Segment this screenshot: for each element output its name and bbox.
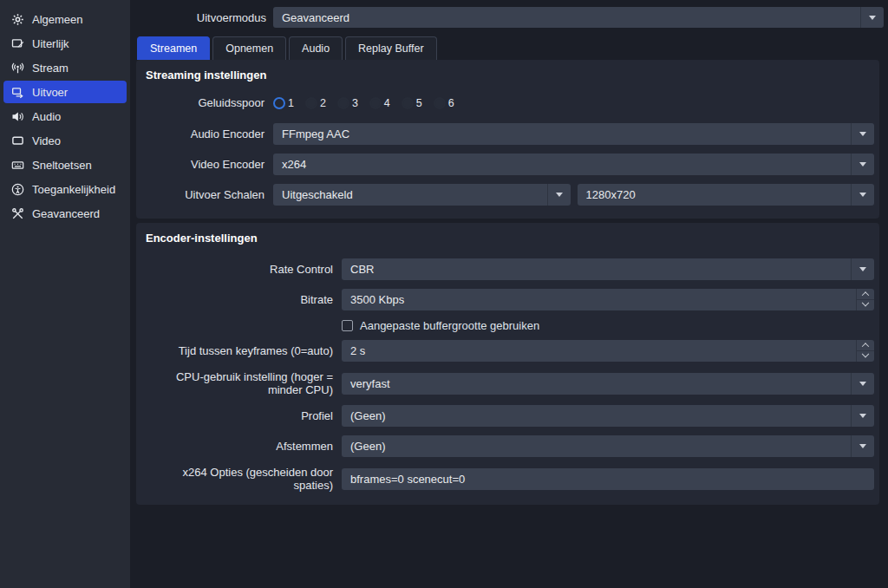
sidebar-item-label: Sneltoetsen: [32, 159, 92, 172]
keyframe-interval-value: 2 s: [350, 344, 365, 357]
video-encoder-select[interactable]: x264: [273, 154, 874, 175]
keyboard-icon: [10, 158, 24, 172]
custom-buffer-checkbox-group[interactable]: Aangepaste buffergrootte gebruiken: [342, 319, 539, 332]
video-encoder-value: x264: [282, 158, 306, 171]
tab-streamen[interactable]: Streamen: [137, 36, 210, 60]
sidebar-item-label: Uiterlijk: [32, 37, 69, 50]
audio-track-option-3[interactable]: 3: [337, 97, 358, 109]
keyframe-interval-row: Tijd tussen keyframes (0=auto) 2 s: [145, 340, 874, 362]
radio-icon: [337, 97, 349, 109]
x264-options-value: bframes=0 scenecut=0: [350, 473, 465, 486]
settings-window: Algemeen Uiterlijk Stream: [0, 0, 888, 588]
sidebar-item-label: Geavanceerd: [32, 207, 100, 220]
audio-track-option-4[interactable]: 4: [369, 97, 390, 109]
checkbox-icon[interactable]: [342, 320, 353, 331]
output-tabs: Streamen Opnemen Audio Replay Buffer: [137, 36, 888, 60]
sidebar-item-label: Audio: [32, 110, 61, 123]
sidebar-item-uitvoer[interactable]: Uitvoer: [3, 81, 127, 103]
settings-main: Uitvoermodus Geavanceerd Streamen Opneme…: [130, 0, 888, 588]
sidebar-item-audio[interactable]: Audio: [3, 105, 127, 127]
cpu-usage-select[interactable]: veryfast: [342, 373, 874, 395]
profile-row: Profiel (Geen): [145, 405, 874, 427]
output-mode-row: Uitvoermodus Geavanceerd: [130, 0, 888, 28]
video-encoder-label: Video Encoder: [145, 158, 273, 171]
antenna-icon: [10, 61, 24, 75]
rescale-resolution-select[interactable]: 1280x720: [578, 184, 875, 206]
rescale-output-select[interactable]: Uitgeschakeld: [273, 184, 571, 206]
spin-down-button[interactable]: [857, 300, 874, 310]
streaming-settings-panel: Streaming instellingen Geluidsspoor 1 2 …: [136, 60, 879, 219]
bitrate-row: Bitrate 3500 Kbps: [145, 289, 874, 310]
rate-control-row: Rate Control CBR: [145, 258, 874, 280]
keyframe-interval-spinbox[interactable]: 2 s: [342, 340, 874, 362]
output-mode-select[interactable]: Geavanceerd: [273, 7, 884, 28]
audio-track-label: Geluidsspoor: [145, 96, 273, 109]
chevron-up-icon: [862, 343, 869, 350]
radio-icon: [402, 97, 414, 109]
audio-track-option-5[interactable]: 5: [402, 97, 422, 109]
rate-control-select[interactable]: CBR: [342, 258, 874, 280]
x264-options-label: x264 Opties (gescheiden door spaties): [145, 466, 342, 492]
sidebar-item-uiterlijk[interactable]: Uiterlijk: [3, 32, 127, 55]
tab-replay-buffer[interactable]: Replay Buffer: [345, 36, 437, 60]
tools-icon: [10, 206, 24, 220]
chevron-down-icon: [859, 267, 866, 271]
profile-value: (Geen): [350, 409, 385, 422]
audio-track-row: Geluidsspoor 1 2 3: [145, 96, 874, 109]
audio-encoder-label: Audio Encoder: [145, 127, 273, 140]
audio-encoder-select[interactable]: FFmpeg AAC: [273, 123, 874, 145]
rate-control-label: Rate Control: [145, 263, 342, 276]
chevron-down-icon: [862, 350, 869, 357]
tune-select[interactable]: (Geen): [342, 435, 874, 457]
bitrate-spinbox[interactable]: 3500 Kbps: [342, 289, 874, 310]
custom-buffer-row: Aangepaste buffergrootte gebruiken: [145, 319, 874, 332]
audio-track-option-6[interactable]: 6: [434, 97, 454, 109]
output-mode-value: Geavanceerd: [282, 11, 349, 24]
audio-encoder-row: Audio Encoder FFmpeg AAC: [145, 123, 874, 145]
audio-track-option-1[interactable]: 1: [273, 97, 294, 109]
encoder-settings-title: Encoder-instellingen: [146, 232, 874, 245]
chevron-down-icon: [859, 162, 866, 167]
x264-options-input[interactable]: bframes=0 scenecut=0: [342, 468, 874, 490]
chevron-up-icon: [862, 291, 869, 298]
speaker-icon: [10, 109, 24, 123]
spin-down-button[interactable]: [857, 351, 874, 362]
tab-audio[interactable]: Audio: [289, 36, 343, 60]
custom-buffer-checkbox-label: Aangepaste buffergrootte gebruiken: [360, 319, 539, 332]
sidebar-item-label: Uitvoer: [32, 86, 68, 99]
output-mode-label: Uitvoermodus: [130, 11, 273, 24]
sidebar-item-algemeen[interactable]: Algemeen: [3, 8, 127, 30]
gear-icon: [10, 12, 24, 26]
video-encoder-row: Video Encoder x264: [145, 154, 874, 175]
radio-selected-icon: [273, 97, 285, 109]
chevron-down-icon: [869, 16, 876, 20]
audio-track-radio-group: 1 2 3 4 5: [273, 97, 454, 109]
rescale-output-value: Uitgeschakeld: [282, 188, 353, 201]
chevron-down-icon: [859, 444, 866, 448]
monitor-icon: [10, 134, 24, 147]
sidebar-item-label: Stream: [32, 62, 69, 75]
sidebar-item-geavanceerd[interactable]: Geavanceerd: [3, 202, 127, 225]
chevron-down-icon: [862, 299, 869, 306]
chevron-down-icon: [859, 132, 866, 136]
sidebar-item-video[interactable]: Video: [3, 129, 127, 152]
cpu-usage-label: CPU-gebruik instelling (hoger = minder C…: [145, 370, 342, 396]
sidebar-item-stream[interactable]: Stream: [3, 56, 127, 79]
appearance-icon: [10, 36, 24, 50]
sidebar-item-label: Video: [32, 134, 61, 147]
bitrate-value: 3500 Kbps: [350, 293, 404, 306]
sidebar-item-sneltoetsen[interactable]: Sneltoetsen: [3, 154, 127, 176]
audio-encoder-value: FFmpeg AAC: [282, 127, 349, 140]
tune-label: Afstemmen: [145, 440, 342, 453]
sidebar-item-toegankelijkheid[interactable]: Toegankelijkheid: [3, 178, 127, 200]
audio-track-option-2[interactable]: 2: [305, 97, 326, 109]
sidebar-item-label: Toegankelijkheid: [32, 183, 115, 196]
radio-icon: [369, 97, 382, 109]
x264-options-row: x264 Opties (gescheiden door spaties) bf…: [145, 466, 874, 492]
cpu-usage-row: CPU-gebruik instelling (hoger = minder C…: [145, 370, 874, 396]
tab-opnemen[interactable]: Opnemen: [212, 36, 286, 60]
radio-icon: [305, 97, 317, 109]
profile-label: Profiel: [145, 409, 342, 422]
profile-select[interactable]: (Geen): [342, 405, 874, 427]
rate-control-value: CBR: [350, 263, 374, 276]
